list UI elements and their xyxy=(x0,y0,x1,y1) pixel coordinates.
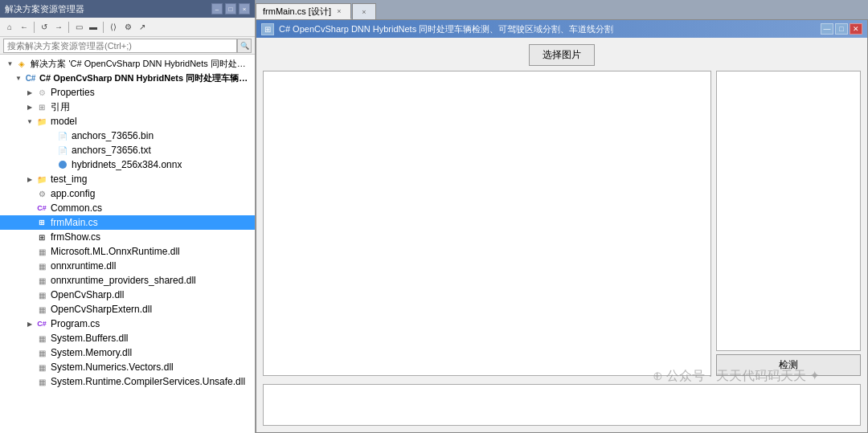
tree-item-onnxruntimedll[interactable]: ▦ onnxruntime.dll xyxy=(0,259,255,273)
select-image-button[interactable]: 选择图片 xyxy=(529,44,595,66)
onnxruntimedll-icon: ▦ xyxy=(35,259,48,272)
solution-label: 解决方案 'C# OpenCvSharp DNN HybridNets 同时处理… xyxy=(31,58,253,70)
form-title-group: ⊞ C# OpenCvSharp DNN HybridNets 同时处理车辆检测… xyxy=(261,23,613,35)
frmmain-label: frmMain.cs xyxy=(51,217,98,228)
properties-label: Properties xyxy=(51,87,95,98)
close-btn[interactable]: × xyxy=(239,3,250,14)
forward-icon[interactable]: → xyxy=(52,21,65,34)
model-folder-icon: 📁 xyxy=(35,115,48,128)
onnxproviders-label: onnxruntime_providers_shared.dll xyxy=(51,275,196,286)
frmshow-icon: ⊞ xyxy=(35,231,48,243)
properties-icon: ⚙ xyxy=(35,86,48,99)
tree-item-anchors-txt[interactable]: 📄 anchors_73656.txt xyxy=(0,143,255,157)
tab-extra-close[interactable]: × xyxy=(359,7,369,17)
form-maximize-btn[interactable]: □ xyxy=(835,23,848,35)
tree-item-sysbuffers[interactable]: ▦ System.Buffers.dll xyxy=(0,331,255,345)
tree-item-hybridnets-onnx[interactable]: hybridnets_256x384.onnx xyxy=(0,157,255,172)
solution-explorer-panel: 解决方案资源管理器 – □ × ⌂ ← ↺ → ▭ ▬ ⟨⟩ ⚙ ↗ 🔍 ◈ 解… xyxy=(0,0,256,433)
tree-item-program[interactable]: C# Program.cs xyxy=(0,317,255,331)
sysruntime-label: System.Runtime.CompilerServices.Unsafe.d… xyxy=(51,376,245,387)
opencvsharpextern-label: OpenCvSharpExtern.dll xyxy=(51,304,152,315)
home-icon[interactable]: ⌂ xyxy=(3,21,16,34)
right-section: 检测 xyxy=(716,71,861,376)
main-area: frmMain.cs [设计] × × ⊞ C# OpenCvSharp DNN… xyxy=(256,0,868,433)
tree-item-onnxproviders[interactable]: ▦ onnxruntime_providers_shared.dll xyxy=(0,273,255,288)
detect-button[interactable]: 检测 xyxy=(716,354,861,376)
toolbar-sep-3 xyxy=(103,22,104,33)
input-image-box xyxy=(263,71,711,376)
tree-item-opencvsharpextern[interactable]: ▦ OpenCvSharpExtern.dll xyxy=(0,302,255,317)
program-label: Program.cs xyxy=(51,318,100,329)
solution-expand-arrow[interactable] xyxy=(4,58,15,69)
project-expand-arrow[interactable] xyxy=(13,72,24,84)
sysnumerics-label: System.Numerics.Vectors.dll xyxy=(51,362,174,373)
testimg-icon: 📁 xyxy=(35,173,48,186)
form-titlebar: ⊞ C# OpenCvSharp DNN HybridNets 同时处理车辆检测… xyxy=(256,20,867,38)
external-icon[interactable]: ↗ xyxy=(136,21,149,34)
program-expand-arrow[interactable] xyxy=(24,318,35,329)
model-expand-arrow[interactable] xyxy=(24,116,35,127)
form-title: C# OpenCvSharp DNN HybridNets 同时处理车辆检测、可… xyxy=(279,23,613,35)
tree-item-onnxruntime[interactable]: ▦ Microsoft.ML.OnnxRuntime.dll xyxy=(0,244,255,259)
minimize-btn[interactable]: – xyxy=(211,3,223,14)
solution-icon: ◈ xyxy=(15,57,28,70)
tab-frmmain-close[interactable]: × xyxy=(334,6,344,16)
tree-solution-root[interactable]: ◈ 解决方案 'C# OpenCvSharp DNN HybridNets 同时… xyxy=(0,56,255,71)
explorer-toolbar: ⌂ ← ↺ → ▭ ▬ ⟨⟩ ⚙ ↗ xyxy=(0,18,255,37)
code-icon[interactable]: ⟨⟩ xyxy=(107,21,120,34)
toolbar-sep-1 xyxy=(34,22,35,33)
opencvsharp-label: OpenCvSharp.dll xyxy=(51,289,124,300)
form-icon: ⊞ xyxy=(261,23,274,35)
form-top-row: 选择图片 xyxy=(263,44,861,66)
project-icon: C# xyxy=(24,71,37,84)
program-icon: C# xyxy=(35,317,48,330)
frmmain-icon: ⊞ xyxy=(35,216,48,229)
tree-item-sysmemory[interactable]: ▦ System.Memory.dll xyxy=(0,345,255,360)
tree-area: ◈ 解决方案 'C# OpenCvSharp DNN HybridNets 同时… xyxy=(0,55,255,433)
sysnumerics-icon: ▦ xyxy=(35,361,48,374)
tree-item-anchors-bin[interactable]: 📄 anchors_73656.bin xyxy=(0,129,255,143)
model-folder-label: model xyxy=(51,116,77,127)
refresh-icon[interactable]: ↺ xyxy=(38,21,51,34)
tree-item-frmmain[interactable]: ⊞ frmMain.cs xyxy=(0,215,255,230)
frmshow-label: frmShow.cs xyxy=(51,231,100,243)
form-close-btn[interactable]: ✕ xyxy=(850,23,862,35)
onnxruntimedll-label: onnxruntime.dll xyxy=(51,260,116,272)
form-bottom-text-area xyxy=(263,384,861,426)
tab-frmmain-label: frmMain.cs [设计] xyxy=(263,6,331,18)
settings-icon[interactable]: ⚙ xyxy=(121,21,134,34)
tree-item-sysruntime[interactable]: ▦ System.Runtime.CompilerServices.Unsafe… xyxy=(0,374,255,389)
back-icon[interactable]: ← xyxy=(18,21,31,34)
tree-item-opencvsharp[interactable]: ▦ OpenCvSharp.dll xyxy=(0,288,255,302)
properties-expand-arrow[interactable] xyxy=(24,87,35,98)
testimg-expand-arrow[interactable] xyxy=(24,174,35,185)
sysmemory-label: System.Memory.dll xyxy=(51,347,132,358)
tree-item-common[interactable]: C# Common.cs xyxy=(0,201,255,215)
tree-item-testimg[interactable]: 📁 test_img xyxy=(0,172,255,186)
anchors-txt-icon: 📄 xyxy=(56,144,69,157)
form-main-row: 检测 xyxy=(263,71,861,376)
tab-frmmain-design[interactable]: frmMain.cs [设计] × xyxy=(256,3,351,19)
form-window-controls: — □ ✕ xyxy=(821,23,862,35)
sysruntime-icon: ▦ xyxy=(35,375,48,388)
tree-project-root[interactable]: C# C# OpenCvSharp DNN HybridNets 同时处理车辆检… xyxy=(0,71,255,85)
expand-icon[interactable]: ▬ xyxy=(87,21,100,34)
tree-item-sysnumerics[interactable]: ▦ System.Numerics.Vectors.dll xyxy=(0,360,255,374)
tree-item-references[interactable]: ⊞ 引用 xyxy=(0,100,255,114)
collapse-icon[interactable]: ▭ xyxy=(72,21,85,34)
tree-item-frmshow[interactable]: ⊞ frmShow.cs xyxy=(0,230,255,244)
pin-btn[interactable]: □ xyxy=(225,3,236,14)
search-row: 🔍 xyxy=(0,37,255,55)
appconfig-label: app.config xyxy=(51,188,95,199)
sysmemory-icon: ▦ xyxy=(35,346,48,359)
search-input[interactable] xyxy=(3,39,237,53)
form-minimize-btn[interactable]: — xyxy=(821,23,833,35)
anchors-txt-label: anchors_73656.txt xyxy=(72,145,151,156)
tree-item-appconfig[interactable]: ⚙ app.config xyxy=(0,186,255,201)
references-expand-arrow[interactable] xyxy=(24,101,35,112)
tree-item-properties[interactable]: ⚙ Properties xyxy=(0,85,255,100)
tree-item-model-folder[interactable]: 📁 model xyxy=(0,114,255,129)
tab-extra[interactable]: × xyxy=(352,3,376,19)
search-button[interactable]: 🔍 xyxy=(237,39,252,53)
output-image-box xyxy=(716,71,861,351)
